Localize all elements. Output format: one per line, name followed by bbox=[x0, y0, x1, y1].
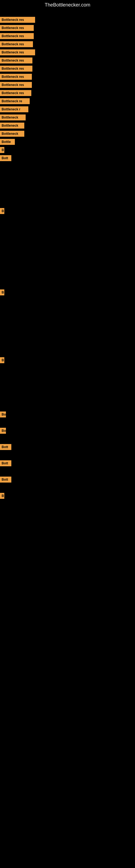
bottleneck-label-21[interactable]: B bbox=[0, 357, 4, 363]
bottleneck-label-16[interactable]: Bottle bbox=[0, 139, 15, 145]
bottleneck-label-4[interactable]: Bottleneck res bbox=[0, 41, 33, 47]
bottleneck-label-19[interactable]: B bbox=[0, 208, 4, 214]
bottleneck-label-20[interactable]: B bbox=[0, 289, 4, 296]
bottleneck-label-24[interactable]: Bott bbox=[0, 444, 11, 450]
bottleneck-label-17[interactable]: B bbox=[0, 147, 4, 153]
bottleneck-label-18[interactable]: Bott bbox=[0, 155, 11, 161]
bottleneck-label-27[interactable]: B bbox=[0, 493, 4, 499]
bottleneck-label-7[interactable]: Bottleneck res bbox=[0, 66, 32, 72]
bottleneck-label-26[interactable]: Bott bbox=[0, 476, 11, 483]
bottleneck-label-9[interactable]: Bottleneck res bbox=[0, 82, 32, 88]
bottleneck-label-15[interactable]: Bottleneck bbox=[0, 131, 24, 137]
bottleneck-label-3[interactable]: Bottleneck res bbox=[0, 33, 34, 39]
bottleneck-label-13[interactable]: Bottleneck bbox=[0, 115, 26, 120]
bottleneck-label-6[interactable]: Bottleneck res bbox=[0, 58, 32, 63]
bottleneck-label-2[interactable]: Bottleneck res bbox=[0, 25, 34, 31]
bottleneck-label-1[interactable]: Bottleneck res bbox=[0, 17, 35, 23]
bottleneck-label-25[interactable]: Bott bbox=[0, 460, 11, 466]
bottleneck-label-11[interactable]: Bottleneck re bbox=[0, 98, 30, 104]
bottleneck-label-23[interactable]: Bo bbox=[0, 428, 6, 434]
bottleneck-label-12[interactable]: Bottleneck r bbox=[0, 106, 28, 112]
bottleneck-label-10[interactable]: Bottleneck res bbox=[0, 90, 31, 96]
site-title: TheBottlenecker.com bbox=[0, 0, 135, 10]
bottleneck-label-14[interactable]: Bottleneck bbox=[0, 123, 24, 129]
bottleneck-label-5[interactable]: Bottleneck res bbox=[0, 50, 35, 55]
bottleneck-label-8[interactable]: Bottleneck res bbox=[0, 74, 32, 80]
bottleneck-label-22[interactable]: Bo bbox=[0, 411, 6, 417]
